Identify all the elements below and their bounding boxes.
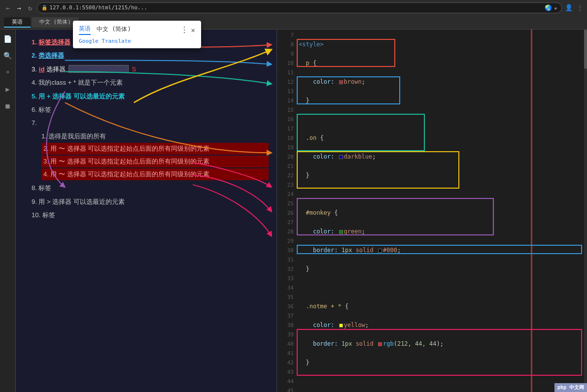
- translate-tab-chinese[interactable]: 中文 (简体): [97, 25, 131, 34]
- rendered-page-list: 1. 标签选择器 2. 类选择器 3. id 选择器 S 4. 我的class …: [24, 36, 269, 221]
- list-item-10: 10. 标签: [32, 209, 269, 221]
- tab-english[interactable]: 英语: [4, 17, 31, 28]
- item-num: 5.: [32, 93, 38, 100]
- item-num: 7.: [32, 119, 37, 127]
- code-line-10: }: [297, 96, 587, 105]
- git-icon[interactable]: ⚬: [2, 67, 13, 78]
- code-line-16: #monkey {: [297, 208, 587, 218]
- editor-panel: 78910 11121314 15161718 19202122 2324252…: [277, 30, 587, 392]
- nested-text-2: 用 〜 选择器 可以选指定起始点后面的所有同级别的元素: [50, 145, 209, 152]
- item-id-text: id: [39, 64, 45, 75]
- translate-icon[interactable]: 🌏: [545, 4, 552, 11]
- nested-text-3: 用 〜 选择器 可以选指定起始点后面的所有同级别的元素: [50, 158, 209, 165]
- list-item-7: 7. 1. 选得是我后面的所有 2. 用 〜 选择器 可以选指定起始点后面的所有…: [32, 117, 269, 180]
- profile-icon[interactable]: 👤: [565, 4, 573, 11]
- browser-top-bar: ← → ↻ 🔒 127.0.0.1:5500/html/1215/ho... 🌏…: [0, 0, 587, 16]
- list-item-8: 8. 标签: [32, 182, 269, 194]
- item-label-8: 标签: [38, 184, 51, 192]
- item-num: 9.: [32, 198, 38, 205]
- translate-tab-english[interactable]: 英语: [79, 25, 91, 35]
- item-label-10: 标签: [42, 211, 55, 219]
- code-line-11: [297, 115, 587, 124]
- bookmark-icon[interactable]: ★: [554, 4, 557, 11]
- list-item-6: 6. 标签: [32, 104, 269, 115]
- nested-num: 2.: [43, 145, 50, 152]
- code-line-17: color: green;: [297, 227, 587, 236]
- list-item-9: 9. 用 > 选择器 可以选最近的元素: [32, 196, 269, 207]
- translate-header: 英语 中文 (简体) ⋮ ✕: [79, 25, 195, 35]
- item-num: 3.: [32, 64, 37, 75]
- nested-num: 4.: [43, 170, 50, 178]
- item-label-3b: 选择器: [46, 64, 66, 75]
- nested-item-3: 3. 用 〜 选择器 可以选指定起始点后面的所有同级别的元素: [41, 156, 269, 167]
- item-num: 1.: [32, 38, 38, 46]
- item-label-9: 用 > 选择器 可以选最近的元素: [38, 198, 124, 205]
- translate-popup: 英语 中文 (简体) ⋮ ✕ Google Translate: [73, 21, 201, 48]
- code-line-14: }: [297, 171, 587, 180]
- code-line-23: border: 1px solid rgb(212, 44, 44);: [297, 339, 587, 349]
- code-line-9: color: brown;: [297, 77, 587, 87]
- nested-item-2: 2. 用 〜 选择器 可以选指定起始点后面的所有同级别的元素: [41, 143, 269, 155]
- translate-brand: Google Translate: [79, 38, 195, 44]
- nested-text-4: 用 〜 选择器 可以选指定起始点后面的所有同级别的元素: [50, 170, 209, 178]
- list-item-2: 2. 类选择器: [32, 50, 269, 61]
- item-num: 4.: [32, 79, 38, 86]
- forward-button[interactable]: →: [15, 3, 23, 13]
- code-line-21: .notme + * {: [297, 302, 587, 311]
- explorer-icon[interactable]: 📄: [2, 33, 13, 44]
- nested-num: 1.: [41, 132, 48, 140]
- item-num: 6.: [32, 106, 38, 113]
- editor-code-content: <style> p { color: brown; } .on { color:…: [297, 30, 587, 392]
- main-area: 📄 🔍 ⚬ ▶ ■: [0, 30, 587, 392]
- item-label-2: 类选择器: [38, 52, 64, 59]
- code-line-18: border: 1px solid #000;: [297, 246, 587, 255]
- translate-close-button[interactable]: ✕: [191, 26, 195, 34]
- list-item-5: 5. 用 + 选择器 可以选最近的元素: [32, 91, 269, 102]
- code-line-7: <style>: [297, 40, 587, 49]
- code-line-19: }: [297, 264, 587, 274]
- back-button[interactable]: ←: [4, 3, 12, 13]
- nested-item-1: 1. 选得是我后面的所有: [41, 131, 269, 142]
- extensions-icon[interactable]: ■: [2, 100, 13, 111]
- list-item-3: 3. id 选择器 S: [32, 64, 269, 75]
- php-badge: php 中文网: [554, 383, 587, 392]
- item-num: 8.: [32, 184, 38, 192]
- address-bar[interactable]: 🔒 127.0.0.1:5500/html/1215/ho... 🌏 ★: [37, 2, 562, 13]
- menu-icon[interactable]: ⋮: [577, 4, 583, 11]
- nested-list: 1. 选得是我后面的所有 2. 用 〜 选择器 可以选指定起始点后面的所有同级别…: [32, 131, 269, 180]
- tab-chinese[interactable]: 中文 (简体): [32, 17, 79, 28]
- code-line-20: [297, 283, 587, 293]
- code-line-22: color: yellow;: [297, 321, 587, 330]
- code-line-25: [297, 377, 587, 386]
- item-label-6: 标签: [38, 106, 51, 113]
- scrollbar-thumb[interactable]: [584, 30, 587, 69]
- code-line-24: }: [297, 358, 587, 367]
- translate-tabs: 英语 中文 (简体): [79, 25, 131, 35]
- url-text: 127.0.0.1:5500/html/1215/ho...: [49, 4, 147, 11]
- activity-bar: 📄 🔍 ⚬ ▶ ■: [0, 30, 16, 392]
- lock-icon: 🔒: [41, 5, 47, 10]
- nested-num: 3.: [43, 158, 50, 165]
- translate-menu-button[interactable]: ⋮: [177, 25, 191, 34]
- code-line-15: [297, 190, 587, 199]
- browser-toolbar: 👤 ⋮: [565, 4, 583, 11]
- item-num: 10.: [32, 211, 42, 219]
- item-label-1: 标签选择器: [38, 38, 70, 46]
- editor-scrollbar[interactable]: [584, 30, 587, 392]
- item-num: 2.: [32, 52, 38, 59]
- code-line-12: .on {: [297, 133, 587, 143]
- search-icon[interactable]: 🔍: [2, 50, 13, 61]
- nested-text-1: 选得是我后面的所有: [48, 132, 106, 140]
- item-label-5: 用 + 选择器 可以选最近的元素: [38, 93, 124, 100]
- item-label-4: 我的class + * 就是下一个元素: [38, 79, 122, 86]
- list-item-4: 4. 我的class + * 就是下一个元素: [32, 77, 269, 88]
- code-line-8: p {: [297, 59, 587, 68]
- reload-button[interactable]: ↻: [26, 3, 34, 13]
- editor-gutter: 78910 11121314 15161718 19202122 2324252…: [277, 30, 297, 392]
- code-line-13: color: darkblue;: [297, 152, 587, 162]
- nested-item-4: 4. 用 〜 选择器 可以选指定起始点后面的所有同级别的元素: [41, 168, 269, 180]
- debug-icon[interactable]: ▶: [2, 84, 13, 95]
- browser-panel: 1. 标签选择器 2. 类选择器 3. id 选择器 S 4. 我的class …: [16, 30, 277, 392]
